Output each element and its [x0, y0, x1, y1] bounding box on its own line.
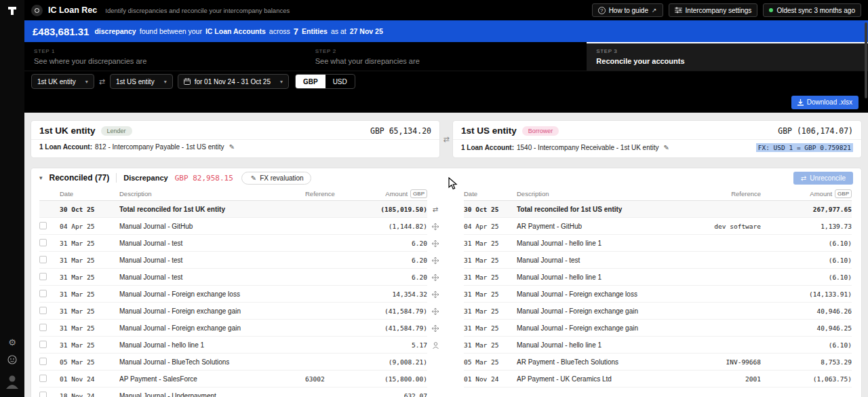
table-row[interactable]: 18 Nov 24Manual Journal - Underpayment63…	[39, 387, 427, 397]
reconciled-header: ▾ Reconciled (77) Discrepancy GBP 82,958…	[31, 168, 861, 187]
swap-entities-icon[interactable]: ⇄	[99, 77, 105, 86]
external-link-icon: ↗	[652, 7, 657, 14]
settings-gear-icon[interactable]: ⚙	[8, 338, 16, 347]
loan-account-value: 812 - Intercompany Payable - 1st US enti…	[95, 143, 224, 151]
cell-description: Manual Journal - Foreign exchange loss	[119, 290, 305, 298]
entity-to-select[interactable]: 1st US entity ▾	[110, 74, 173, 89]
cell-description: Manual Journal - Foreign exchange loss	[517, 290, 689, 298]
cell-date: 05 Mar 25	[60, 358, 119, 366]
cell-amount: 6.20	[346, 257, 427, 264]
cell-description: Manual Journal - hello line 1	[119, 341, 305, 349]
loan-account-value: 1540 - Intercompany Receivable - 1st UK …	[517, 144, 659, 151]
entity-cards-row: 1st UK entity Lender GBP 65,134.20 1 Loa…	[31, 121, 861, 157]
match-icon[interactable]	[432, 325, 439, 332]
banner-text: as at	[331, 27, 347, 35]
question-circle-icon: ?	[598, 7, 606, 14]
table-row[interactable]: 31 Mar 25Manual Journal - Foreign exchan…	[39, 286, 427, 303]
cell-date: 31 Mar 25	[464, 307, 517, 315]
table-row[interactable]: 31 Mar 25Manual Journal - Foreign exchan…	[464, 320, 852, 337]
table-row[interactable]: 31 Mar 25Manual Journal - test(6.10)	[464, 252, 852, 269]
edit-pencil-icon[interactable]: ✎	[229, 143, 235, 151]
table-row[interactable]: 31 Mar 25Manual Journal - hello line 1(6…	[464, 235, 852, 252]
match-icon[interactable]	[432, 257, 439, 264]
table-row[interactable]: 31 Mar 25Manual Journal - test6.20	[39, 252, 427, 269]
cell-amount: (1,144.82)	[346, 223, 427, 230]
cell-date: 31 Mar 25	[464, 341, 517, 349]
swap-cards-icon[interactable]: ⇄	[439, 121, 453, 157]
table-row[interactable]: 01 Nov 24AP Payment - UK Ceramics Ltd200…	[464, 371, 852, 387]
row-checkbox[interactable]	[39, 256, 47, 263]
table-row[interactable]: 05 Mar 25Manual Journal - BlueTech Solut…	[39, 354, 427, 371]
intercompany-settings-button[interactable]: Intercompany settings	[669, 3, 758, 17]
sync-status-button[interactable]: Oldest sync 3 months ago	[763, 3, 861, 17]
collapse-chevron-icon[interactable]: ▾	[39, 174, 43, 181]
table-row[interactable]: 01 Nov 24AP Payment - SalesForce63002(15…	[39, 371, 427, 387]
date-column-header: Date	[60, 190, 119, 197]
row-checkbox[interactable]	[39, 375, 47, 382]
table-row[interactable]: 31 Mar 25Manual Journal - Foreign exchan…	[39, 303, 427, 320]
match-icon[interactable]	[432, 223, 439, 230]
cell-amount: 14,354.32	[346, 290, 427, 298]
currency-usd-option[interactable]: USD	[326, 75, 355, 88]
match-icon[interactable]	[432, 291, 439, 298]
table-row[interactable]: 31 Mar 25Manual Journal - Foreign exchan…	[464, 303, 852, 320]
table-row[interactable]: 31 Mar 25Manual Journal - hello line 1(6…	[464, 269, 852, 286]
row-checkbox[interactable]	[39, 392, 47, 397]
step-3-tab[interactable]: STEP 3 Reconcile your accounts	[587, 42, 868, 71]
download-xlsx-button[interactable]: Download .xlsx	[791, 96, 859, 109]
row-checkbox[interactable]	[39, 222, 47, 229]
how-to-guide-button[interactable]: ? How to guide ↗	[592, 3, 663, 17]
step-2-tab[interactable]: STEP 2 See what your disrepancies are	[306, 42, 587, 71]
match-icon[interactable]	[432, 308, 439, 315]
table-row[interactable]: 04 Apr 25AR Payment - GitHubdev software…	[464, 218, 852, 235]
row-checkbox[interactable]	[39, 290, 47, 297]
cell-description: Manual Journal - hello line 1	[517, 273, 689, 281]
unreconcile-button[interactable]: ⇄ Unreconcile	[793, 172, 853, 185]
cell-description: Manual Journal - Foreign exchange gain	[517, 324, 689, 332]
help-face-icon[interactable]	[7, 355, 17, 366]
user-avatar[interactable]	[5, 374, 19, 390]
currency-gbp-option[interactable]: GBP	[296, 75, 326, 88]
entity-from-select[interactable]: 1st UK entity ▾	[31, 74, 94, 89]
swap-row-icon[interactable]: ⇄	[433, 206, 438, 213]
table-row[interactable]: 05 Mar 25AR Payment - BlueTech Solutions…	[464, 354, 852, 371]
row-checkbox[interactable]	[39, 307, 47, 314]
table-row[interactable]: 30 Oct 25Total reconciled for 1st UK ent…	[39, 201, 427, 218]
table-row[interactable]: 31 Mar 25Manual Journal - Foreign exchan…	[464, 286, 852, 303]
table-row[interactable]: 31 Mar 25Manual Journal - hello line 15.…	[39, 337, 427, 354]
table-row[interactable]: 31 Mar 25Manual Journal - Foreign exchan…	[39, 320, 427, 337]
cell-amount: (6.10)	[764, 273, 852, 281]
cell-description: AP Payment - UK Ceramics Ltd	[517, 375, 689, 383]
banner-amount: £483,681.31	[33, 26, 89, 37]
match-icon[interactable]	[432, 274, 439, 281]
entity-to-value: 1st US entity	[116, 78, 155, 86]
vertical-scrollbar[interactable]	[865, 22, 867, 98]
row-checkbox[interactable]	[39, 358, 47, 365]
row-checkbox[interactable]	[39, 341, 47, 348]
row-checkbox[interactable]	[39, 239, 47, 246]
table-row[interactable]: 04 Apr 25Manual Journal - GitHub(1,144.8…	[39, 218, 427, 235]
description-column-header: Description	[119, 190, 305, 197]
table-header: Date Description Reference Amount GBP	[464, 187, 852, 201]
row-checkbox[interactable]	[39, 273, 47, 280]
table-row[interactable]: 31 Mar 25Manual Journal - hello line 1(6…	[464, 337, 852, 354]
banner-accounts: IC Loan Accounts	[205, 27, 266, 35]
table-row[interactable]: 31 Mar 25Manual Journal - test6.20	[39, 235, 427, 252]
user-icon[interactable]	[433, 342, 439, 349]
table-row[interactable]: 30 Oct 25Total reconciled for 1st US ent…	[464, 201, 852, 218]
step-1-tab[interactable]: STEP 1 See where your discrepancies are	[24, 42, 306, 71]
match-icon[interactable]	[432, 240, 439, 247]
divider	[116, 173, 117, 183]
app-logo-icon[interactable]	[7, 5, 18, 16]
top-bar: IC Loan Rec Identify discrepancies and r…	[24, 0, 868, 20]
date-range-select[interactable]: for 01 Nov 24 - 31 Oct 25 ▾	[178, 74, 289, 89]
app-title: IC Loan Rec	[48, 5, 97, 15]
edit-pencil-icon[interactable]: ✎	[664, 144, 669, 151]
row-checkbox[interactable]	[39, 324, 47, 331]
cell-amount: (14,133.91)	[764, 290, 852, 298]
table-row[interactable]: 31 Mar 25Manual Journal - test6.20	[39, 269, 427, 286]
fx-revaluation-button[interactable]: ✎ FX revaluation	[241, 172, 311, 185]
date-column-header: Date	[464, 190, 517, 197]
cell-date: 04 Apr 25	[60, 223, 119, 230]
reconciled-count-label[interactable]: Reconciled (77)	[50, 173, 110, 183]
